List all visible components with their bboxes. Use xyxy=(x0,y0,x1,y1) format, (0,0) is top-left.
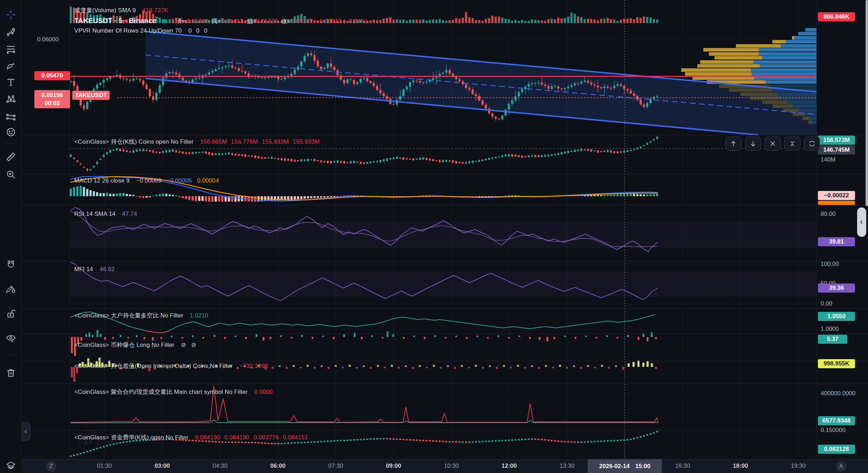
time-tick: 13:30 xyxy=(560,462,575,469)
crosshair-date: 2026-02-14 xyxy=(599,463,630,470)
crosshair-time: 15:00 xyxy=(635,463,650,470)
funding-legend-values: 0.084190 0.084190 0.083776 0.084151 xyxy=(195,434,308,441)
pane-separator[interactable] xyxy=(22,205,868,205)
emoji-tool-icon[interactable] xyxy=(4,125,18,139)
maximize-pane-button[interactable] xyxy=(804,137,820,151)
zoom-in-tool-icon[interactable] xyxy=(4,167,18,181)
rsi-legend[interactable]: RSI 14 SMA 14 47.74 xyxy=(74,211,137,218)
pane-separator[interactable] xyxy=(22,334,868,334)
trend-line-tool-icon[interactable] xyxy=(4,25,18,39)
ratio-legend-title: <CoinGlass> 大户持仓量多空比 No Filter xyxy=(74,312,183,319)
ratio-scale-tick: 1.0000 xyxy=(821,325,839,333)
volume-ratio-scale-tick: 400000.0000 xyxy=(821,390,855,397)
drawing-lock-tool-icon[interactable] xyxy=(4,281,18,295)
market-status-dot-icon xyxy=(163,19,166,23)
time-tick: 12:00 xyxy=(501,462,517,469)
volume-ratio-legend[interactable]: <CoinGlass> 聚合合约/现货成交量比 Main chart symbo… xyxy=(74,388,273,396)
pane-separator[interactable] xyxy=(22,261,868,261)
mfi-legend-value: 46.62 xyxy=(100,266,115,273)
move-pane-up-button[interactable] xyxy=(725,137,741,151)
mfi-scale-tick-0: 0.00 xyxy=(821,300,832,307)
countdown-time: 00:02 xyxy=(37,99,67,107)
close-pane-button[interactable] xyxy=(765,137,781,151)
fib-retracement-tool-icon[interactable] xyxy=(4,42,18,56)
high-value: 0.05413 xyxy=(221,18,243,25)
measure-tool-icon[interactable] xyxy=(4,150,18,164)
rsi-legend-value: 47.74 xyxy=(122,211,137,217)
long-short-ratio-legend[interactable]: <CoinGlass> 大户持仓量多空比 No Filter 1.0210 xyxy=(74,311,208,320)
macd-value-badge: −0.00022 xyxy=(818,191,855,200)
time-tick: 06:00 xyxy=(270,462,285,469)
timezone-button[interactable]: Z xyxy=(46,461,56,472)
mfi-legend[interactable]: MFI 14 46.62 xyxy=(74,266,115,273)
toolbar-collapse-handle[interactable] xyxy=(22,422,30,441)
hide-drawings-eye-icon[interactable] xyxy=(4,331,18,345)
pane-separator[interactable] xyxy=(22,430,868,431)
ratio-value-badge: 1.0550 xyxy=(818,312,855,321)
macd-line-value: −0.00005 xyxy=(167,177,192,184)
pane-separator[interactable] xyxy=(22,308,868,309)
pane-separator[interactable] xyxy=(22,135,868,135)
rsi-legend-title: RSI 14 SMA 14 xyxy=(74,211,116,217)
time-axis[interactable]: Z 2026-02-14 15:00 A 01:3003:0004:3006:0… xyxy=(22,459,868,473)
liquidation-legend[interactable]: <CoinGlass> 币种爆仓 Long No Filter ⊘ ⊘ xyxy=(74,341,196,349)
oi-legend-values: 156.665M 156.776M 155.933M 155.933M xyxy=(200,138,320,145)
scale-collapse-handle[interactable] xyxy=(857,207,866,237)
low-value: 0.05329 xyxy=(256,18,278,25)
macd-signal-badge xyxy=(818,201,855,205)
time-tick: 03:00 xyxy=(155,462,170,469)
liquidation-legend-values: ⊘ ⊘ xyxy=(181,342,196,348)
pane-separator[interactable] xyxy=(22,361,868,361)
volume-legend[interactable]: 成交量(Volume) SMA 9 418.737K xyxy=(74,6,168,14)
crosshair-tool-icon[interactable] xyxy=(4,8,18,22)
remove-drawings-trash-icon[interactable] xyxy=(4,366,18,380)
close-label: 收= xyxy=(281,18,291,25)
macd-legend-title: MACD 12 26 close 9 xyxy=(74,177,130,184)
right-scrollbar[interactable] xyxy=(866,0,868,206)
chart-canvas[interactable] xyxy=(0,0,868,473)
pane-separator[interactable] xyxy=(22,384,868,384)
countdown-label: 0.05156 00:02 xyxy=(34,90,70,108)
vpvr-legend-title: VPVR Number Of Rows 24 Up/Down 70 xyxy=(74,27,182,34)
oi-delta-legend-value: −732.109K xyxy=(239,363,269,369)
trading-chart-app: 成交量(Volume) SMA 9 418.737K TAKEUSDT · 5 … xyxy=(0,0,868,473)
pane-separator[interactable] xyxy=(22,174,868,174)
time-tick: 09:00 xyxy=(386,462,401,469)
macd-legend[interactable]: MACD 12 26 close 9 −0.00009 −0.00005 0.0… xyxy=(74,177,219,184)
low-label: 低= xyxy=(247,18,256,25)
funding-rate-legend[interactable]: <CoinGlass> 资金费率(K线) open No Filter 0.08… xyxy=(74,433,308,441)
oi-scale-tick: 140M xyxy=(821,156,836,163)
symbol-title: TAKEUSDT · 5 · Binance xyxy=(74,17,156,25)
lock-open-icon[interactable] xyxy=(4,307,18,321)
open-interest-legend[interactable]: <CoinGlass> 持仓(K线) Coins open No Filter … xyxy=(74,138,320,146)
left-scale-border xyxy=(69,0,70,459)
time-tick: 18:00 xyxy=(733,462,748,469)
axis-settings-button[interactable]: A xyxy=(836,461,846,472)
vpvr-legend[interactable]: VPVR Number Of Rows 24 Up/Down 70 0 0 0 xyxy=(74,27,207,34)
oi-delta-legend-title: <CoinGlass> 持仓差值(Open Interest Delta) Co… xyxy=(74,363,233,369)
projection-tool-icon[interactable] xyxy=(4,110,18,124)
funding-value-badge: 0.082128 xyxy=(818,445,855,454)
object-tree-layers-icon[interactable] xyxy=(4,459,18,473)
xabcd-pattern-tool-icon[interactable] xyxy=(4,92,18,107)
text-tool-icon[interactable] xyxy=(4,75,18,89)
volume-legend-value: 418.737K xyxy=(142,7,168,14)
move-pane-down-button[interactable] xyxy=(745,137,761,151)
time-tick: 10:30 xyxy=(444,462,459,469)
time-tick: 01:30 xyxy=(97,462,112,469)
symbol-legend[interactable]: TAKEUSDT · 5 · Binance开=0.05380高=0.05413… xyxy=(74,17,368,25)
time-tick: 04:30 xyxy=(213,462,228,469)
time-tick: 16:30 xyxy=(675,462,690,469)
toolbar-divider xyxy=(4,143,18,144)
collapse-pane-button[interactable] xyxy=(784,137,800,151)
mfi-scale-tick-100: 100.00 xyxy=(821,261,839,268)
symbol-tag-label: TAKEUSDT xyxy=(72,91,110,100)
oi-delta-legend[interactable]: <CoinGlass> 持仓差值(Open Interest Delta) Co… xyxy=(74,362,269,370)
macd-hist-value: −0.00009 xyxy=(136,177,162,184)
mfi-legend-title: MFI 14 xyxy=(74,266,93,273)
magnet-tool-icon[interactable] xyxy=(4,258,18,272)
crosshair-date-label: 2026-02-14 15:00 xyxy=(588,459,662,473)
vpvr-legend-value: 0 0 0 xyxy=(188,27,207,34)
mfi-value-badge: 39.36 xyxy=(818,283,855,293)
brush-tool-icon[interactable] xyxy=(4,59,18,73)
